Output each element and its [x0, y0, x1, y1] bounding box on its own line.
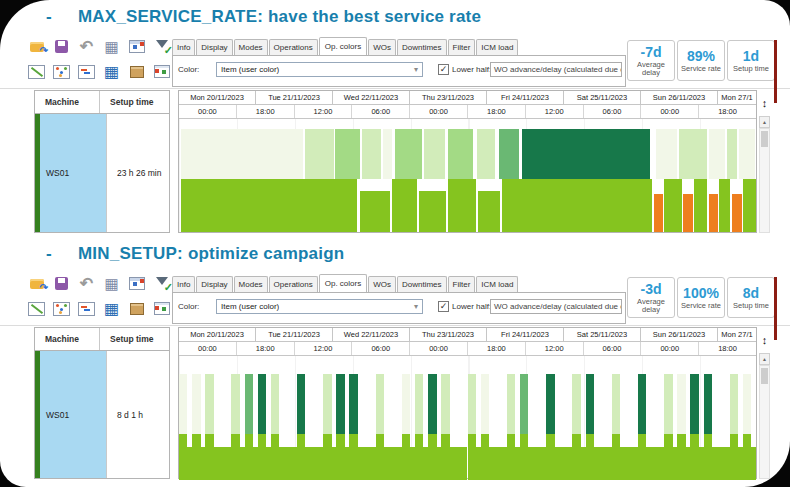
gantt-bar	[181, 179, 358, 232]
gantt-bar	[730, 374, 738, 434]
time-cell: 18:00	[237, 342, 295, 355]
date-cell: Sat 25/11/2023	[564, 328, 641, 341]
toolbar: InfoDisplayModesOperationsOp. colorsWOsD…	[0, 273, 790, 326]
report-icon[interactable]	[126, 274, 147, 293]
color-select[interactable]: Item (user color) ▾	[216, 62, 423, 77]
screenshot-card: - MAX_SERVICE_RATE: have the best servic…	[0, 0, 790, 487]
filter-icon[interactable]	[151, 37, 172, 56]
lower-half-checkbox[interactable]: ✓	[438, 301, 449, 312]
package-icon[interactable]	[126, 62, 147, 81]
report-icon[interactable]	[126, 37, 147, 56]
gantt-bar	[481, 434, 489, 480]
heading-bullet: -	[46, 7, 78, 27]
tab-icm-load[interactable]: ICM load	[476, 276, 518, 292]
machine-row[interactable]: WS01 23 h 26 min	[35, 114, 169, 232]
splitter-icon[interactable]: ↕	[762, 90, 768, 116]
gantt-bar	[192, 434, 200, 480]
gantt-bar	[739, 129, 755, 179]
gantt-link-icon[interactable]	[26, 62, 47, 81]
timeline-times-row[interactable]: 00:0018:0012:0006:0000:0018:0012:0006:00…	[179, 342, 756, 356]
tab-operations[interactable]: Operations	[269, 39, 318, 55]
tab-downtimes[interactable]: Downtimes	[397, 276, 447, 292]
timeline-times-row[interactable]: 00:0018:0012:0006:0000:0018:0012:0006:00…	[179, 105, 756, 119]
lower-half-field[interactable]: WO advance/delay (calculated due da	[490, 62, 622, 77]
time-cell: 06:00	[352, 342, 410, 355]
tab-wos[interactable]: WOs	[368, 276, 396, 292]
time-cell: 18:00	[468, 105, 526, 118]
heading-title: MIN_SETUP: optimize campaign	[78, 244, 344, 264]
grid-icon[interactable]	[101, 299, 122, 318]
gantt-bar	[231, 374, 239, 434]
scrollbar-track[interactable]	[759, 128, 770, 233]
stat-value: 1d	[743, 48, 759, 64]
time-cell: 00:00	[641, 342, 699, 355]
splitter-icon[interactable]: ↕	[762, 327, 768, 353]
gantt-bar	[441, 374, 449, 434]
stat-value: -3d	[641, 281, 662, 297]
tasks-icon[interactable]	[76, 299, 97, 318]
gantt-upper-half	[179, 374, 756, 434]
gantt-bar	[192, 374, 200, 434]
lower-half-checkbox[interactable]: ✓	[438, 64, 449, 75]
tab-modes[interactable]: Modes	[234, 276, 268, 292]
gantt-bar	[559, 447, 567, 480]
color-select[interactable]: Item (user color) ▾	[216, 299, 423, 314]
tab-op-colors[interactable]: Op. colors	[319, 37, 367, 55]
date-cell: Sun 26/11/2023	[641, 328, 718, 341]
gantt-area: Machine Setup time WS01 8 d 1 h Mon 20/1…	[34, 327, 771, 479]
calculator-icon[interactable]	[101, 274, 122, 293]
grid-icon[interactable]	[101, 62, 122, 81]
scatter-icon[interactable]	[51, 299, 72, 318]
color-label: Color:	[178, 302, 199, 311]
tab-op-colors[interactable]: Op. colors	[319, 274, 367, 292]
gantt-link-icon[interactable]	[26, 299, 47, 318]
scroll-up-button[interactable]: ▲	[759, 116, 770, 128]
gantt-chart[interactable]	[179, 356, 756, 478]
gantt-bar	[181, 129, 303, 179]
calendar-icon[interactable]	[151, 299, 172, 318]
timeline-dates-row[interactable]: Mon 20/11/2023Tue 21/11/2023Wed 22/11/20…	[179, 328, 756, 342]
tab-filter[interactable]: Filter	[448, 39, 476, 55]
tab-display[interactable]: Display	[196, 276, 232, 292]
undo-icon[interactable]	[76, 274, 97, 293]
machine-row[interactable]: WS01 8 d 1 h	[35, 351, 169, 478]
time-cell: 12:00	[295, 105, 353, 118]
machine-grid-header: Machine Setup time	[35, 91, 169, 114]
tab-info[interactable]: Info	[172, 276, 195, 292]
open-icon[interactable]	[26, 37, 47, 56]
time-cell: 18:00	[237, 105, 295, 118]
gantt-bar	[428, 374, 436, 434]
package-icon[interactable]	[126, 299, 147, 318]
save-icon[interactable]	[51, 37, 72, 56]
timeline-dates-row[interactable]: Mon 20/11/2023Tue 21/11/2023Wed 22/11/20…	[179, 91, 756, 105]
save-icon[interactable]	[51, 274, 72, 293]
machine-grid: Machine Setup time WS01 8 d 1 h	[34, 327, 170, 479]
stat-value: 89%	[687, 48, 715, 64]
scrollbar-track[interactable]	[759, 365, 770, 479]
lower-half-label: Lower half:	[452, 302, 491, 311]
tab-modes[interactable]: Modes	[234, 39, 268, 55]
tab-icm-load[interactable]: ICM load	[476, 39, 518, 55]
lower-half-field[interactable]: WO advance/delay (calculated due da	[490, 299, 622, 314]
open-icon[interactable]	[26, 274, 47, 293]
timeline: Mon 20/11/2023Tue 21/11/2023Wed 22/11/20…	[178, 90, 757, 233]
tab-wos[interactable]: WOs	[368, 39, 396, 55]
scrollbar-thumb[interactable]	[761, 131, 768, 147]
tab-downtimes[interactable]: Downtimes	[397, 39, 447, 55]
calendar-icon[interactable]	[151, 62, 172, 81]
gantt-bar	[612, 374, 620, 434]
tab-operations[interactable]: Operations	[269, 276, 318, 292]
scroll-up-button[interactable]: ▲	[759, 353, 770, 365]
tab-display[interactable]: Display	[196, 39, 232, 55]
scatter-icon[interactable]	[51, 62, 72, 81]
tab-filter[interactable]: Filter	[448, 276, 476, 292]
filter-icon[interactable]	[151, 274, 172, 293]
undo-icon[interactable]	[76, 37, 97, 56]
time-cell: 12:00	[526, 342, 584, 355]
tasks-icon[interactable]	[76, 62, 97, 81]
calculator-icon[interactable]	[101, 37, 122, 56]
scrollbar-thumb[interactable]	[761, 368, 768, 384]
gantt-chart[interactable]	[179, 119, 756, 232]
gantt-bar	[638, 434, 646, 480]
tab-info[interactable]: Info	[172, 39, 195, 55]
